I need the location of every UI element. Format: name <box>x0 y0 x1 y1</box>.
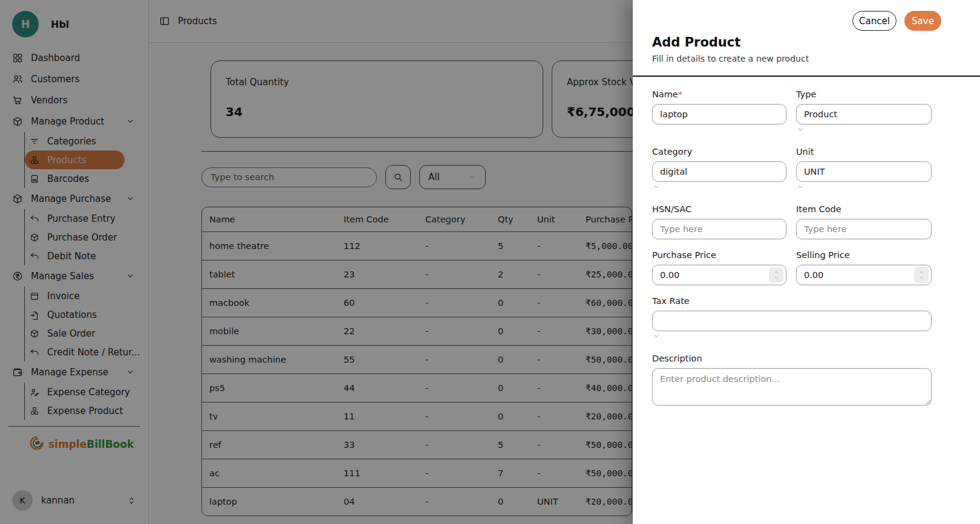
unit-select[interactable]: UNIT <box>796 161 932 182</box>
selling-price-label: Selling Price <box>796 250 932 260</box>
description-label: Description <box>652 354 932 363</box>
drawer-header: Cancel Save Add Product Fill in details … <box>633 0 980 77</box>
tax-rate-label: Tax Rate <box>652 296 932 306</box>
save-button[interactable]: Save <box>904 11 941 31</box>
required-asterisk: * <box>678 89 682 99</box>
tax-rate-field-group: Tax Rate <box>652 296 932 343</box>
chevron-down-icon <box>652 183 661 191</box>
description-textarea[interactable] <box>652 368 932 406</box>
type-label: Type <box>796 89 932 99</box>
selling-price-input[interactable] <box>796 265 932 285</box>
chevron-down-icon <box>652 332 661 340</box>
description-field-group: Description <box>652 354 932 406</box>
chevron-down-icon <box>796 183 805 191</box>
name-input[interactable] <box>652 104 786 125</box>
type-select[interactable]: Product <box>796 104 932 125</box>
purchase-price-label: Purchase Price <box>652 250 786 260</box>
item-code-label: Item Code <box>796 204 932 214</box>
purchase-price-input[interactable] <box>652 265 786 285</box>
item-code-input[interactable] <box>796 219 932 239</box>
category-field-group: Category digital <box>652 147 786 193</box>
type-field-group: Type Product <box>796 89 932 136</box>
unit-selected-value: UNIT <box>804 167 825 176</box>
name-field-group: Name* <box>652 89 786 136</box>
chevron-down-icon <box>796 125 805 134</box>
category-label: Category <box>652 147 786 157</box>
name-label: Name* <box>652 89 786 99</box>
selling-price-field-group: Selling Price <box>796 250 932 285</box>
number-stepper[interactable] <box>914 267 929 283</box>
add-product-form: Name* Type Product Category digital Unit <box>633 77 980 406</box>
purchase-price-field-group: Purchase Price <box>652 250 786 285</box>
category-selected-value: digital <box>660 167 687 176</box>
hsn-field-group: HSN/SAC <box>652 204 786 239</box>
item-code-field-group: Item Code <box>796 204 932 239</box>
tax-rate-select[interactable] <box>652 311 932 331</box>
hsn-input[interactable] <box>652 219 786 239</box>
app-root: H Hbl Dashboard Customers Vendors Manage… <box>0 0 980 524</box>
number-stepper[interactable] <box>769 267 783 283</box>
type-selected-value: Product <box>804 109 837 119</box>
hsn-label: HSN/SAC <box>652 204 786 214</box>
cancel-button[interactable]: Cancel <box>852 11 897 31</box>
category-select[interactable]: digital <box>652 161 786 182</box>
drawer-actions: Cancel Save <box>652 11 941 31</box>
drawer-subtitle: Fill in details to create a new product <box>652 54 941 63</box>
unit-field-group: Unit UNIT <box>796 147 932 193</box>
unit-label: Unit <box>796 147 932 157</box>
drawer-title: Add Product <box>652 35 941 50</box>
add-product-drawer: Cancel Save Add Product Fill in details … <box>633 0 980 524</box>
